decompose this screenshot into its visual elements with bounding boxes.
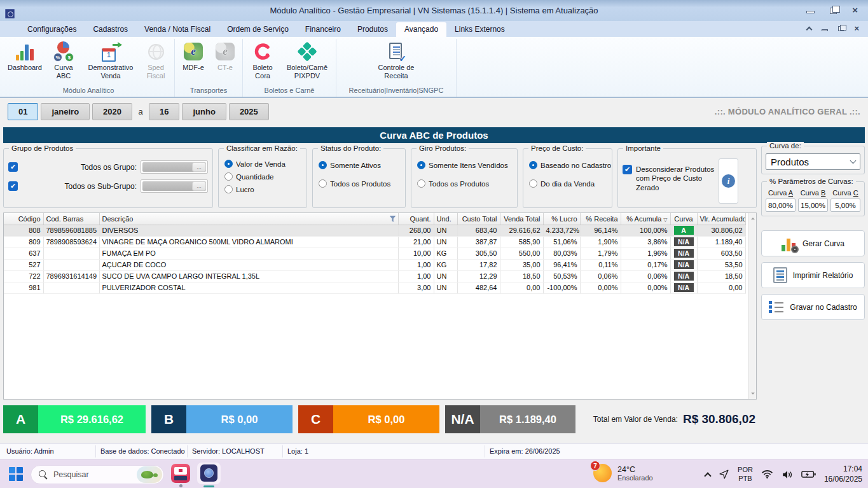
radio-unselected-icon[interactable]: [319, 179, 327, 188]
ribbon-curva-abc-button[interactable]: %$ Curva ABC: [45, 39, 82, 81]
radio-option[interactable]: Baseado no Cadastro: [529, 161, 606, 169]
column-header-curva[interactable]: Curva: [670, 213, 697, 225]
collapse-ribbon-icon[interactable]: [806, 27, 813, 33]
radio-option[interactable]: Valor de Venda: [224, 160, 301, 168]
start-button[interactable]: [9, 467, 24, 482]
menu-tab[interactable]: Avançado: [396, 22, 446, 37]
browse-button[interactable]: ...: [192, 162, 206, 172]
column-header-vlr[interactable]: Vlr. Acumulado: [697, 213, 745, 225]
search-highlight-image[interactable]: [137, 466, 162, 483]
pos-app-icon[interactable]: [171, 464, 190, 483]
ribbon-demonstrativo-venda-button[interactable]: 1 Demonstrativo Venda: [82, 39, 139, 81]
menu-tab[interactable]: Venda / Nota Fiscal: [136, 22, 219, 37]
radio-selected-icon[interactable]: [319, 161, 327, 169]
radio-unselected-icon[interactable]: [529, 179, 537, 188]
curve-param-value[interactable]: 15,00%: [798, 199, 828, 212]
location-share-icon[interactable]: [719, 469, 729, 480]
menu-tab[interactable]: Financeiro: [297, 22, 349, 37]
checkbox-desconsiderar[interactable]: ✔: [623, 165, 632, 174]
radio-selected-icon[interactable]: [224, 160, 233, 168]
ribbon-dashboard-button[interactable]: Dashboard: [4, 39, 45, 73]
column-header-descricao[interactable]: Descrição: [99, 213, 398, 225]
speaker-icon[interactable]: [782, 470, 793, 480]
vertical-scrollbar[interactable]: [748, 213, 756, 399]
curve-param-value[interactable]: 5,00%: [830, 199, 860, 212]
column-header-acumula[interactable]: % Acumula▽: [621, 213, 670, 225]
language-indicator[interactable]: POR PTB: [738, 466, 753, 484]
cell-acumula: 100,00%: [621, 225, 670, 236]
ribbon-group-label: Boletos e Carnê: [245, 85, 334, 97]
summary-bar-value: R$ 1.189,40: [480, 405, 575, 433]
menu-tab[interactable]: Configurações: [19, 22, 85, 37]
column-header-custo[interactable]: Custo Total: [457, 213, 500, 225]
cell-curva: N/A: [670, 259, 697, 270]
wifi-icon[interactable]: [761, 470, 773, 479]
radio-option[interactable]: Do dia da Venda: [529, 179, 606, 188]
table-row[interactable]: 527AÇUCAR DE COCO1,00KG17,8235,0096,41%0…: [4, 259, 745, 270]
taskbar-app-active[interactable]: [197, 460, 221, 488]
column-header-lucro[interactable]: % Lucro: [543, 213, 580, 225]
menu-tab[interactable]: Produtos: [349, 22, 396, 37]
menu-tab[interactable]: Ordem de Serviço: [219, 22, 297, 37]
ribbon-pixpdv-button[interactable]: Boleto/Carnê PIXPDV: [280, 39, 334, 81]
menu-tab[interactable]: Links Externos: [446, 22, 513, 37]
taskbar-weather[interactable]: 7 24°C Ensolarado: [593, 464, 653, 482]
radio-option[interactable]: Somente Ativos: [319, 161, 399, 169]
child-minimize-button[interactable]: [822, 29, 828, 31]
child-close-button[interactable]: ×: [854, 25, 859, 32]
gravar-no-cadastro-button[interactable]: Gravar no Cadastro: [761, 294, 865, 320]
ribbon-boleto-cora-button[interactable]: Boleto Cora: [245, 39, 280, 81]
date-field[interactable]: 16: [149, 103, 179, 120]
curva-de-dropdown[interactable]: Produtos: [766, 153, 860, 170]
child-restore-button[interactable]: [838, 26, 844, 31]
radio-option[interactable]: Todos os Produtos: [319, 179, 399, 188]
tray-chevron-up-icon[interactable]: [704, 472, 711, 479]
radio-option[interactable]: Lucro: [224, 185, 301, 193]
date-field[interactable]: 2025: [229, 103, 269, 120]
radio-selected-icon[interactable]: [529, 161, 537, 169]
table-row[interactable]: 8087898596081885DIVERSOS268,00UN683,4029…: [4, 225, 745, 236]
gerar-curva-button[interactable]: Gerar Curva: [761, 230, 865, 256]
info-button[interactable]: i: [719, 158, 738, 204]
radio-selected-icon[interactable]: [417, 161, 425, 169]
ribbon-controle-receita-button[interactable]: ✓ Controle de Receita: [372, 39, 420, 81]
filter-icon[interactable]: [390, 216, 396, 222]
column-header-venda[interactable]: Venda Total: [500, 213, 543, 225]
radio-option[interactable]: Todos os Produtos: [417, 179, 511, 188]
radio-unselected-icon[interactable]: [417, 179, 425, 188]
ribbon-mdfe-button[interactable]: e MDF-e: [177, 39, 210, 73]
curve-param-value[interactable]: 80,00%: [766, 199, 796, 212]
browse-button[interactable]: ...: [192, 181, 206, 191]
date-field[interactable]: 01: [8, 103, 38, 120]
battery-icon[interactable]: [801, 470, 816, 479]
sub-grupo-input[interactable]: ...: [141, 179, 208, 193]
close-button[interactable]: ×: [852, 6, 858, 15]
column-header-barras[interactable]: Cod. Barras: [43, 213, 99, 225]
column-header-quant[interactable]: Quant.: [398, 213, 434, 225]
taskbar-search[interactable]: Pesquisar: [31, 465, 164, 484]
minimize-button[interactable]: [806, 7, 815, 13]
taskbar-clock[interactable]: 17:04 16/06/2025: [824, 464, 862, 484]
table-row[interactable]: 637FUMAÇA EM PO10,00KG305,50550,0080,03%…: [4, 247, 745, 259]
column-header-codigo[interactable]: Código: [4, 213, 43, 225]
radio-option[interactable]: Somente Itens Vendidos: [417, 161, 511, 169]
table-row[interactable]: 8097898908593624VINAGRE DE MAÇA ORGANICO…: [4, 236, 745, 247]
date-field[interactable]: junho: [182, 103, 226, 120]
radio-unselected-icon[interactable]: [224, 172, 233, 181]
radio-unselected-icon[interactable]: [224, 185, 233, 193]
date-field[interactable]: janeiro: [41, 103, 90, 120]
restore-button[interactable]: [830, 6, 837, 14]
date-field[interactable]: 2020: [92, 103, 132, 120]
active-app-icon[interactable]: [200, 464, 217, 482]
radio-option[interactable]: Quantidade: [224, 172, 301, 181]
column-header-und[interactable]: Und.: [434, 213, 457, 225]
column-header-receita[interactable]: % Receita: [580, 213, 621, 225]
taskbar-app-pos[interactable]: [171, 460, 190, 488]
menu-tab[interactable]: Cadastros: [85, 22, 136, 37]
table-row[interactable]: 7227896931614149SUCO DE UVA CAMPO LARGO …: [4, 270, 745, 282]
checkbox-todos-os-grupo[interactable]: ✔: [8, 162, 18, 172]
checkbox-todos-os-sub-grupo[interactable]: ✔: [8, 181, 18, 191]
imprimir-relatorio-button[interactable]: Imprimir Relatório: [761, 262, 865, 288]
table-row[interactable]: 981PULVERIZADOR COSTAL3,00UN482,640,00-1…: [4, 282, 745, 293]
grupo-input[interactable]: ...: [141, 160, 208, 174]
